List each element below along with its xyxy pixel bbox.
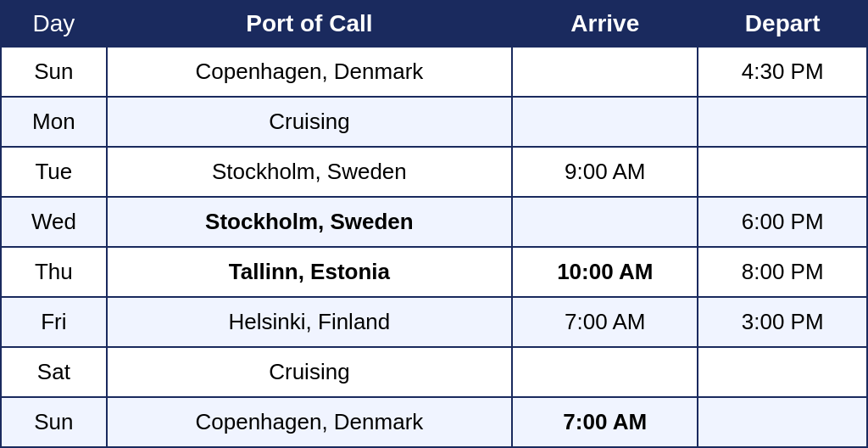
cell-depart: 4:30 PM [698,47,867,97]
cell-day: Sat [1,347,107,397]
cell-port: Stockholm, Sweden [107,147,512,197]
cell-port: Cruising [107,97,512,147]
cell-depart [698,347,867,397]
cell-arrive [512,97,698,147]
schedule-table-container: Day Port of Call Arrive Depart SunCopenh… [0,0,868,448]
header-day: Day [1,1,107,47]
cell-day: Mon [1,97,107,147]
table-body: SunCopenhagen, Denmark4:30 PMMonCruising… [1,47,867,447]
table-row: ThuTallinn, Estonia10:00 AM8:00 PM [1,247,867,297]
cell-port: Stockholm, Sweden [107,197,512,247]
cell-day: Tue [1,147,107,197]
table-row: WedStockholm, Sweden6:00 PM [1,197,867,247]
table-row: SatCruising [1,347,867,397]
cell-port: Helsinki, Finland [107,297,512,347]
cell-arrive: 10:00 AM [512,247,698,297]
cell-depart [698,147,867,197]
header-port: Port of Call [107,1,512,47]
cell-depart: 3:00 PM [698,297,867,347]
table-row: FriHelsinki, Finland7:00 AM3:00 PM [1,297,867,347]
cell-day: Sun [1,47,107,97]
cell-port: Cruising [107,347,512,397]
cell-arrive: 7:00 AM [512,297,698,347]
cell-day: Wed [1,197,107,247]
cell-depart [698,397,867,447]
cell-day: Fri [1,297,107,347]
cell-arrive [512,347,698,397]
table-row: SunCopenhagen, Denmark7:00 AM [1,397,867,447]
header-depart: Depart [698,1,867,47]
cell-day: Thu [1,247,107,297]
cell-arrive: 9:00 AM [512,147,698,197]
table-row: SunCopenhagen, Denmark4:30 PM [1,47,867,97]
cell-depart: 6:00 PM [698,197,867,247]
cell-arrive [512,47,698,97]
cell-arrive [512,197,698,247]
table-row: TueStockholm, Sweden9:00 AM [1,147,867,197]
cell-port: Tallinn, Estonia [107,247,512,297]
cell-depart [698,97,867,147]
table-row: MonCruising [1,97,867,147]
cell-arrive: 7:00 AM [512,397,698,447]
cell-port: Copenhagen, Denmark [107,47,512,97]
table-header-row: Day Port of Call Arrive Depart [1,1,867,47]
cell-port: Copenhagen, Denmark [107,397,512,447]
cell-depart: 8:00 PM [698,247,867,297]
cell-day: Sun [1,397,107,447]
cruise-schedule-table: Day Port of Call Arrive Depart SunCopenh… [0,0,868,448]
header-arrive: Arrive [512,1,698,47]
